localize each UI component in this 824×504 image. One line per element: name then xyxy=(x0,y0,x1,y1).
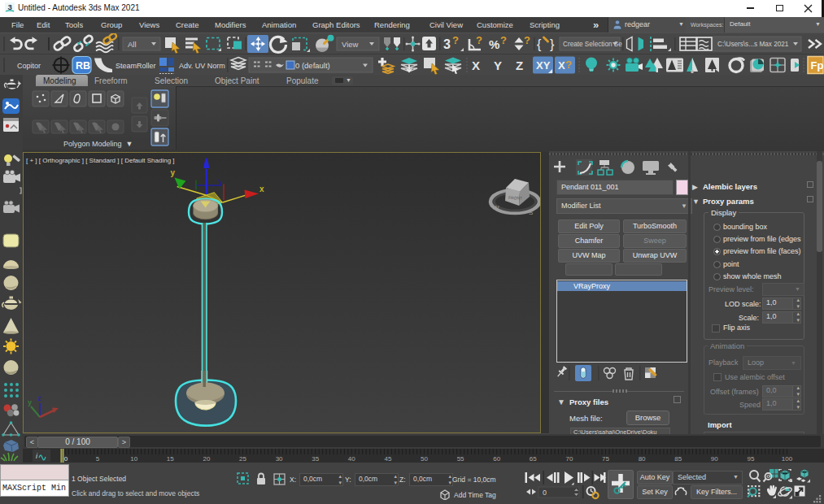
svg-text:S: S xyxy=(529,209,533,216)
svg-text:?: ? xyxy=(500,34,507,46)
svg-text:100: 100 xyxy=(782,455,793,463)
svg-text:?: ? xyxy=(476,34,482,46)
svg-text:View: View xyxy=(342,40,359,49)
svg-text:W: W xyxy=(493,204,499,211)
svg-text:y: y xyxy=(171,168,176,177)
svg-text:20: 20 xyxy=(203,455,210,463)
svg-text:{: { xyxy=(537,37,542,51)
svg-text:45: 45 xyxy=(384,455,391,463)
svg-text:70: 70 xyxy=(565,455,573,463)
svg-text:75: 75 xyxy=(602,455,609,463)
svg-text:40: 40 xyxy=(348,455,355,463)
svg-text:Fp: Fp xyxy=(811,59,824,72)
svg-text:y: y xyxy=(28,398,32,406)
svg-text:30: 30 xyxy=(276,455,283,463)
svg-text:5: 5 xyxy=(96,455,100,463)
svg-text:0 (default): 0 (default) xyxy=(295,61,330,70)
svg-text:Y: Y xyxy=(494,59,502,72)
svg-text:85: 85 xyxy=(674,455,682,463)
svg-text:C:\Users\s...s Max 2021: C:\Users\s...s Max 2021 xyxy=(717,41,789,48)
svg-text:z: z xyxy=(37,394,41,402)
svg-text:}: } xyxy=(550,37,555,51)
svg-text:Copitor: Copitor xyxy=(17,62,41,70)
svg-text:Z: Z xyxy=(516,59,523,72)
svg-text:Create Selection Se: Create Selection Se xyxy=(563,41,622,48)
svg-text:RB: RB xyxy=(76,60,90,72)
svg-text:80: 80 xyxy=(639,455,646,463)
svg-text:25: 25 xyxy=(239,455,246,463)
svg-text:SteamRoller: SteamRoller xyxy=(116,62,156,70)
svg-text:0: 0 xyxy=(543,489,547,497)
svg-text:90: 90 xyxy=(711,455,718,463)
svg-text:x: x xyxy=(259,185,264,193)
svg-text:%: % xyxy=(489,37,499,51)
svg-text:Adv. UV Norm: Adv. UV Norm xyxy=(179,62,225,70)
svg-text:?: ? xyxy=(565,59,572,71)
svg-text:95: 95 xyxy=(747,455,754,463)
svg-text:65: 65 xyxy=(530,455,537,463)
svg-text:3: 3 xyxy=(443,37,451,51)
svg-text:?: ? xyxy=(452,34,459,46)
svg-text:60: 60 xyxy=(493,455,500,463)
svg-text:10: 10 xyxy=(130,455,137,463)
svg-text:?: ? xyxy=(524,34,530,46)
svg-text:15: 15 xyxy=(167,455,174,463)
svg-text:0: 0 xyxy=(64,455,68,463)
svg-text:XY: XY xyxy=(536,59,551,72)
svg-text:All: All xyxy=(128,40,137,49)
svg-text:50: 50 xyxy=(421,455,428,463)
svg-text:FRONT: FRONT xyxy=(508,195,523,201)
svg-text:55: 55 xyxy=(457,455,464,463)
svg-text:35: 35 xyxy=(312,455,319,463)
svg-text:X: X xyxy=(472,59,480,72)
svg-text:X: X xyxy=(558,59,565,72)
